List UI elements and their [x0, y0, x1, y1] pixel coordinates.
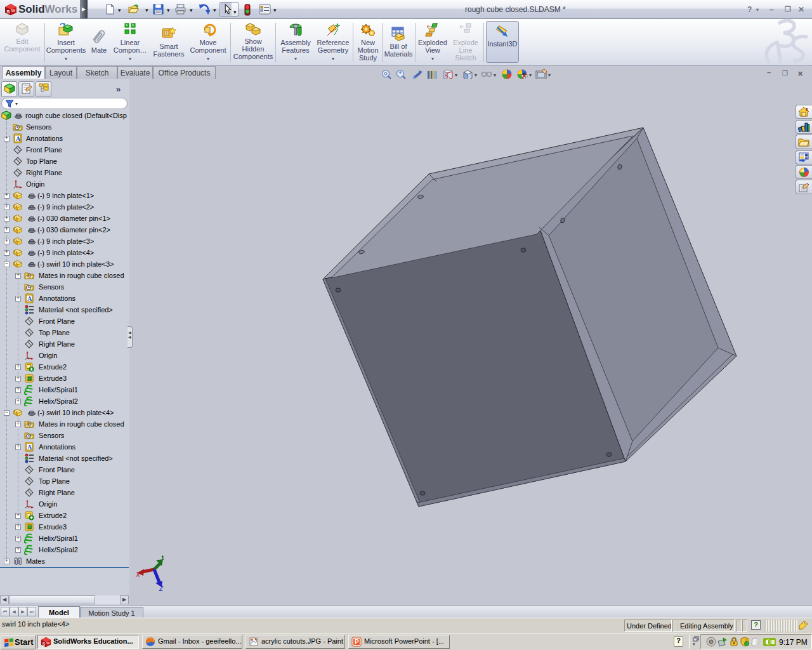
svg-text:X: X	[135, 571, 140, 578]
svg-text:W: W	[11, 8, 16, 13]
svg-text:▾: ▾	[475, 72, 477, 78]
svg-text:P: P	[355, 639, 359, 646]
svg-text:W: W	[46, 641, 50, 645]
svg-text:▾: ▾	[529, 72, 532, 78]
svg-text:▾: ▾	[455, 72, 457, 78]
svg-text:▾: ▾	[494, 72, 496, 78]
svg-text:▾: ▾	[548, 72, 551, 78]
svg-text:S: S	[43, 642, 46, 646]
svg-text:S: S	[6, 9, 10, 15]
svg-text:Z: Z	[159, 585, 164, 592]
